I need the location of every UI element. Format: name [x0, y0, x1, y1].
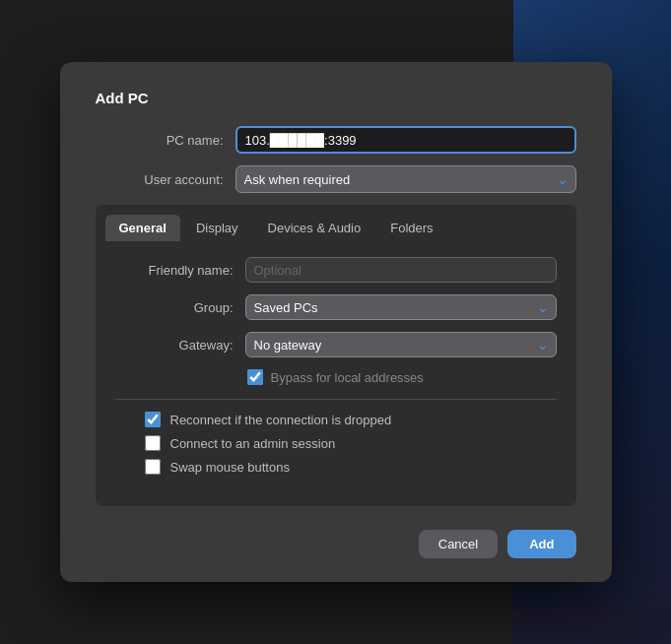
gateway-row: Gateway: No gateway: [115, 332, 557, 357]
reconnect-checkbox[interactable]: [145, 412, 161, 427]
bypass-checkbox[interactable]: [247, 369, 263, 385]
taskbar-background: [513, 605, 671, 644]
friendly-name-row: Friendly name:: [115, 257, 557, 283]
dialog-title: Add PC: [96, 90, 576, 106]
bypass-row: Bypass for local addresses: [115, 369, 557, 385]
group-select-wrapper: Saved PCs None: [245, 294, 557, 320]
tab-content-general: Friendly name: Group: Saved PCs None Gat…: [96, 241, 576, 490]
add-button[interactable]: Add: [507, 530, 575, 558]
gateway-select-wrapper: No gateway: [245, 332, 557, 357]
add-pc-dialog: Add PC PC name: User account: Ask when r…: [60, 62, 612, 582]
dialog-footer: Cancel Add: [96, 526, 576, 558]
tabs-bar: General Display Devices & Audio Folders: [96, 205, 576, 241]
tabs-panel: General Display Devices & Audio Folders …: [96, 205, 576, 506]
group-row: Group: Saved PCs None: [115, 294, 557, 320]
tab-devices-audio[interactable]: Devices & Audio: [254, 215, 375, 241]
swap-mouse-row: Swap mouse buttons: [115, 459, 557, 475]
cancel-button[interactable]: Cancel: [419, 530, 498, 558]
swap-mouse-checkbox[interactable]: [145, 459, 161, 475]
group-label: Group:: [115, 300, 234, 315]
user-account-row: User account: Ask when required Add User…: [96, 165, 576, 193]
pc-name-label: PC name:: [96, 133, 224, 148]
tab-display[interactable]: Display: [182, 215, 252, 241]
tab-general[interactable]: General: [105, 215, 180, 241]
admin-session-row: Connect to an admin session: [115, 435, 557, 451]
gateway-select[interactable]: No gateway: [245, 332, 557, 357]
group-select[interactable]: Saved PCs None: [245, 294, 557, 320]
user-account-select-wrapper: Ask when required Add User Account...: [235, 165, 576, 193]
reconnect-row: Reconnect if the connection is dropped: [115, 412, 557, 427]
user-account-select[interactable]: Ask when required Add User Account...: [235, 165, 576, 193]
friendly-name-label: Friendly name:: [115, 263, 234, 278]
tab-folders[interactable]: Folders: [376, 215, 446, 241]
pc-name-input[interactable]: [235, 126, 576, 154]
pc-name-row: PC name:: [96, 126, 576, 154]
friendly-name-input[interactable]: [245, 257, 557, 283]
gateway-label: Gateway:: [115, 338, 234, 353]
swap-mouse-label: Swap mouse buttons: [170, 460, 290, 475]
divider: [115, 399, 557, 400]
user-account-label: User account:: [96, 172, 224, 187]
reconnect-label: Reconnect if the connection is dropped: [170, 413, 392, 427]
admin-session-label: Connect to an admin session: [170, 436, 336, 451]
bypass-label: Bypass for local addresses: [271, 370, 424, 385]
admin-session-checkbox[interactable]: [145, 435, 161, 451]
